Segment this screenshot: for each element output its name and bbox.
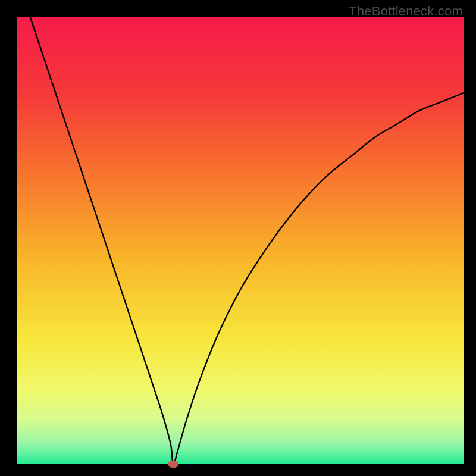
watermark-text: TheBottleneck.com	[349, 4, 463, 19]
optimum-marker	[168, 461, 178, 468]
plot-background	[17, 17, 464, 464]
chart-container: TheBottleneck.com	[0, 0, 476, 476]
bottleneck-chart	[0, 0, 476, 476]
